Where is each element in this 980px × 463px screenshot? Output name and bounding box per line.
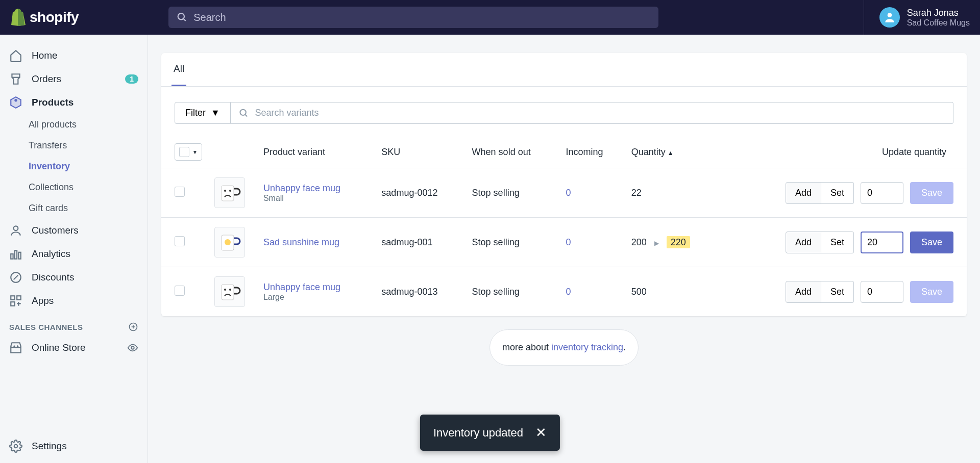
add-channel-icon[interactable] xyxy=(128,322,138,332)
sidebar-item-all-products[interactable]: All products xyxy=(0,114,148,135)
sidebar-item-gift-cards[interactable]: Gift cards xyxy=(0,198,148,219)
quantity-input[interactable] xyxy=(861,182,903,204)
set-button[interactable]: Set xyxy=(821,232,854,253)
filter-button[interactable]: Filter ▼ xyxy=(175,102,231,124)
svg-point-23 xyxy=(224,289,226,291)
product-link[interactable]: Sad sunshine mug xyxy=(263,237,369,248)
sku-value: sadmug-001 xyxy=(375,218,465,267)
sold-out-value: Stop selling xyxy=(466,267,560,317)
svg-point-19 xyxy=(229,190,231,192)
search-input[interactable] xyxy=(193,12,650,23)
svg-rect-6 xyxy=(15,251,17,259)
select-all-checkbox[interactable]: ▼ xyxy=(175,143,202,161)
inventory-tracking-link[interactable]: inventory tracking xyxy=(551,342,623,352)
incoming-link[interactable]: 0 xyxy=(566,237,571,247)
sku-value: sadmug-0013 xyxy=(375,267,465,317)
sidebar: Home Orders 1 Products All products Tran… xyxy=(0,35,148,463)
sidebar-item-inventory[interactable]: Inventory xyxy=(0,156,148,177)
row-checkbox[interactable] xyxy=(175,286,185,296)
quantity-value: 500 xyxy=(631,287,647,297)
product-link[interactable]: Unhappy face mug xyxy=(263,183,369,194)
footer-help: more about inventory tracking. xyxy=(489,329,639,366)
variant-label: Small xyxy=(263,194,369,203)
orders-icon xyxy=(9,72,22,86)
person-icon xyxy=(883,11,896,24)
row-checkbox[interactable] xyxy=(175,187,185,197)
home-icon xyxy=(9,49,22,62)
logo[interactable]: shopify xyxy=(10,9,148,26)
sidebar-item-apps[interactable]: Apps xyxy=(0,289,148,313)
global-search[interactable] xyxy=(168,7,658,28)
col-quantity[interactable]: Quantity▲ xyxy=(625,136,719,168)
sold-out-value: Stop selling xyxy=(466,168,560,218)
product-thumbnail[interactable] xyxy=(214,276,245,307)
product-thumbnail[interactable] xyxy=(214,177,245,208)
table-row: Sad sunshine mug sadmug-001 Stop selling… xyxy=(161,218,967,267)
sidebar-item-transfers[interactable]: Transfers xyxy=(0,135,148,156)
search-icon xyxy=(177,12,187,23)
incoming-link[interactable]: 0 xyxy=(566,287,571,297)
variant-search[interactable] xyxy=(231,102,953,124)
svg-rect-5 xyxy=(11,254,13,259)
products-icon xyxy=(9,96,22,109)
shop-name: Sad Coffee Mugs xyxy=(907,18,970,28)
sidebar-item-orders[interactable]: Orders 1 xyxy=(0,67,148,91)
sidebar-item-discounts[interactable]: Discounts xyxy=(0,266,148,289)
col-incoming[interactable]: Incoming xyxy=(559,136,625,168)
sidebar-item-label: Discounts xyxy=(32,272,74,283)
search-wrap xyxy=(168,7,658,28)
shopify-bag-icon xyxy=(10,9,26,26)
add-button[interactable]: Add xyxy=(786,232,821,253)
close-icon[interactable]: ✕ xyxy=(535,425,547,441)
add-set-toggle: Add Set xyxy=(786,281,854,303)
add-button[interactable]: Add xyxy=(786,182,821,204)
footer-text: more about xyxy=(502,342,551,352)
quantity-input[interactable] xyxy=(861,232,903,253)
add-set-toggle: Add Set xyxy=(786,182,854,204)
toast-message: Inventory updated xyxy=(433,426,523,440)
set-button[interactable]: Set xyxy=(821,281,854,303)
svg-point-0 xyxy=(178,13,184,19)
col-variant[interactable]: Product variant xyxy=(257,136,375,168)
tab-all[interactable]: All xyxy=(172,53,186,86)
col-sku[interactable]: SKU xyxy=(375,136,465,168)
view-store-icon[interactable] xyxy=(127,342,138,353)
orders-badge: 1 xyxy=(125,74,138,84)
save-button[interactable]: Save xyxy=(910,182,953,204)
incoming-link[interactable]: 0 xyxy=(566,188,571,198)
sidebar-item-settings[interactable]: Settings xyxy=(0,434,148,463)
svg-rect-10 xyxy=(17,296,21,300)
variant-search-input[interactable] xyxy=(255,108,945,118)
filter-row: Filter ▼ xyxy=(161,87,967,136)
sidebar-item-label: Apps xyxy=(32,295,54,306)
svg-rect-9 xyxy=(11,296,15,300)
quantity-input[interactable] xyxy=(861,281,903,303)
save-button[interactable]: Save xyxy=(910,232,953,253)
product-thumbnail[interactable] xyxy=(214,227,245,258)
add-button[interactable]: Add xyxy=(786,281,821,303)
set-button[interactable]: Set xyxy=(821,182,854,204)
profile-menu[interactable]: Sarah Jonas Sad Coffee Mugs xyxy=(864,0,970,35)
content: All Filter ▼ ▼ Product variant xyxy=(148,35,980,463)
section-title: SALES CHANNELS xyxy=(9,323,83,331)
sidebar-item-home[interactable]: Home xyxy=(0,44,148,67)
sidebar-item-customers[interactable]: Customers xyxy=(0,219,148,242)
svg-point-18 xyxy=(224,190,226,192)
sidebar-item-label: Gift cards xyxy=(29,203,68,214)
col-sold-out[interactable]: When sold out xyxy=(466,136,560,168)
profile-text: Sarah Jonas Sad Coffee Mugs xyxy=(907,8,970,28)
product-link[interactable]: Unhappy face mug xyxy=(263,282,369,293)
avatar xyxy=(879,7,900,28)
svg-point-24 xyxy=(229,289,231,291)
row-checkbox[interactable] xyxy=(175,236,185,246)
sidebar-item-analytics[interactable]: Analytics xyxy=(0,242,148,266)
tabs: All xyxy=(161,53,967,87)
apps-icon xyxy=(9,294,22,307)
sidebar-item-products[interactable]: Products xyxy=(0,91,148,114)
sidebar-item-online-store[interactable]: Online Store xyxy=(0,336,148,359)
toast: Inventory updated ✕ xyxy=(420,415,560,451)
save-button[interactable]: Save xyxy=(910,281,953,303)
sidebar-item-collections[interactable]: Collections xyxy=(0,177,148,198)
quantity-old: 200 xyxy=(631,237,647,247)
store-icon xyxy=(9,341,22,354)
